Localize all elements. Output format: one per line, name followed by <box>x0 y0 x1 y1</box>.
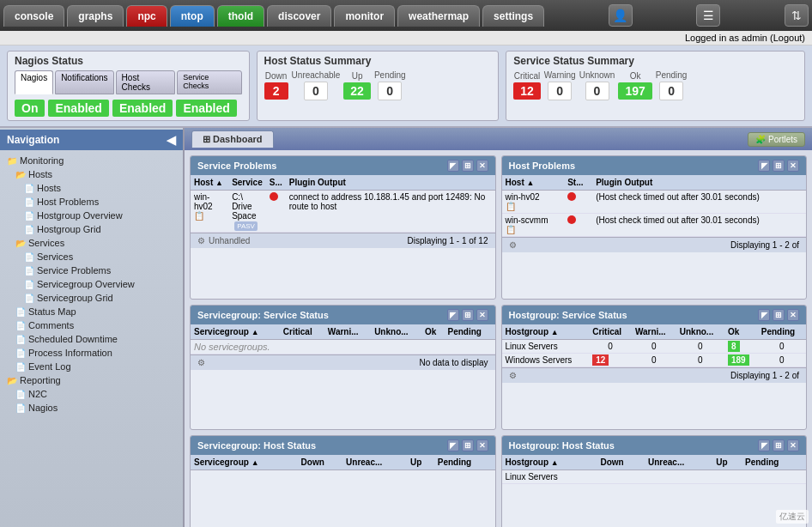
sidebar-item-event-log[interactable]: 📄 Event Log <box>0 360 183 373</box>
hhs-linux-name: Linux Servers <box>502 470 597 484</box>
gear-icon-hp[interactable]: ⚙ <box>509 240 517 250</box>
nagios-tab-notifications[interactable]: Notifications <box>55 70 113 94</box>
table-row[interactable]: win-hv02 📋 (Host check timed out after 3… <box>502 191 807 214</box>
nagios-tab-nagios[interactable]: Nagios <box>15 70 53 94</box>
portlet-close-btn-sp[interactable]: ✕ <box>476 160 488 172</box>
sidebar-label-process-info: Process Information <box>28 348 112 358</box>
sidebar-item-status-map[interactable]: 📄 Status Map <box>0 305 183 318</box>
sidebar-item-servicegroup-grid[interactable]: 📄 Servicegroup Grid <box>0 291 183 305</box>
portlet-close-btn-hss[interactable]: ✕ <box>787 309 799 321</box>
servicegroup-host-status-header: Servicegroup: Host Status ◤ ⊞ ✕ <box>191 436 495 455</box>
sidebar-label-status-map: Status Map <box>28 306 76 317</box>
shs-col-down: Down <box>298 455 342 470</box>
portlet-resize-btn-shs[interactable]: ⊞ <box>462 439 474 451</box>
page-icon-hostgroup-overview: 📄 <box>24 211 34 221</box>
portlet-close-btn-hp[interactable]: ✕ <box>787 160 799 172</box>
dashboard-tab[interactable]: ⊞ Dashboard <box>191 130 274 148</box>
portlets-button[interactable]: 🧩 Portlets <box>748 132 805 147</box>
table-row[interactable]: Linux Servers <box>502 470 807 484</box>
content-header: ⊞ Dashboard 🧩 Portlets <box>185 128 812 150</box>
portlet-resize-btn-hhs[interactable]: ⊞ <box>773 439 785 451</box>
sss-col-warning: Warni... <box>324 324 371 340</box>
servicegroup-service-status-table: Servicegroup ▲ Critical Warni... Unkno..… <box>191 324 495 354</box>
nav-tab-thold[interactable]: thold <box>217 5 264 27</box>
sidebar-item-scheduled-downtime[interactable]: 📄 Scheduled Downtime <box>0 332 183 346</box>
sidebar-item-comments[interactable]: 📄 Comments <box>0 318 183 332</box>
table-row[interactable]: Linux Servers 0 0 0 8 0 <box>502 340 807 354</box>
portlet-minimize-btn-hhs[interactable]: ◤ <box>758 439 770 451</box>
portlet-close-btn-hhs[interactable]: ✕ <box>787 439 799 451</box>
nav-tab-weathermap[interactable]: weathermap <box>397 5 480 27</box>
portlet-minimize-btn-hp[interactable]: ◤ <box>758 160 770 172</box>
hss-col-unknown: Unkno... <box>676 324 724 340</box>
folder-open-icon-hosts: 📂 <box>15 170 26 179</box>
sp-host-icon: 📋 <box>194 211 204 221</box>
sidebar-item-hostgroup-grid[interactable]: 📄 Hostgroup Grid <box>0 222 183 236</box>
gear-icon-sp[interactable]: ⚙ <box>197 236 205 245</box>
nagios-tab-servicechecks[interactable]: Service Checks <box>177 70 241 94</box>
nav-tab-graphs[interactable]: graphs <box>67 5 124 27</box>
hostgroup-host-status-title: Hostgroup: Host Status <box>509 440 615 451</box>
portlet-resize-btn-sp[interactable]: ⊞ <box>462 160 474 172</box>
table-row[interactable]: win-scvmm 📋 (Host check timed out after … <box>502 214 807 237</box>
sidebar-item-monitoring[interactable]: 📁 Monitoring <box>0 154 183 167</box>
host-problems-portlet: Host Problems ◤ ⊞ ✕ Host ▲ St... Plug <box>501 155 808 300</box>
page-icon-servicegroup-overview: 📄 <box>24 280 34 289</box>
nav-tab-ntop[interactable]: ntop <box>170 5 215 27</box>
nav-icon-user[interactable]: 👤 <box>609 4 633 27</box>
table-row[interactable]: Windows Servers 12 0 0 189 0 <box>502 354 807 367</box>
servicegroup-host-status-table: Servicegroup ▲ Down Unreac... Up Pending <box>191 455 495 470</box>
sss-no-data: No servicegroups. <box>191 340 495 354</box>
folder-open-icon-reporting: 📂 <box>7 376 17 385</box>
portlet-resize-btn-sss[interactable]: ⊞ <box>462 309 474 321</box>
sidebar-item-services-folder[interactable]: 📂 Services <box>0 236 183 250</box>
sidebar-item-service-problems[interactable]: 📄 Service Problems <box>0 264 183 277</box>
host-problems-title: Host Problems <box>509 161 576 171</box>
servicegroup-host-status-portlet: Servicegroup: Host Status ◤ ⊞ ✕ Serviceg… <box>190 435 496 527</box>
hp-host1-icon: 📋 <box>506 202 516 211</box>
sidebar-item-n2c[interactable]: 📄 N2C <box>0 387 183 401</box>
portlet-resize-btn-hss[interactable]: ⊞ <box>773 309 785 321</box>
nav-tab-settings[interactable]: settings <box>482 5 544 27</box>
service-status-panel: Service Status Summary Critical 12 Warni… <box>506 51 805 121</box>
portlet-minimize-btn-hss[interactable]: ◤ <box>758 309 770 321</box>
sidebar-item-reporting-folder[interactable]: 📂 Reporting <box>0 373 183 387</box>
service-problems-portlet: Service Problems ◤ ⊞ ✕ Host ▲ Service <box>190 155 496 300</box>
portlet-close-btn-shs[interactable]: ✕ <box>476 439 488 451</box>
page-icon-hosts: 📄 <box>24 184 34 193</box>
nav-icon-arrows[interactable]: ⇅ <box>785 4 809 27</box>
nagios-val-on: On <box>15 98 45 117</box>
service-problems-footer: ⚙ Unhandled Displaying 1 - 1 of 12 <box>191 233 495 248</box>
sidebar-item-services[interactable]: 📄 Services <box>0 250 183 264</box>
table-row[interactable]: win-hv02 📋 C:\DriveSpace PASV <box>191 191 495 233</box>
nagios-tab-hostchecks[interactable]: Host Checks <box>116 70 176 94</box>
sidebar-item-servicegroup-overview[interactable]: 📄 Servicegroup Overview <box>0 277 183 291</box>
hostgroup-service-status-portlet: Hostgroup: Service Status ◤ ⊞ ✕ Hostgrou… <box>501 305 808 430</box>
sidebar-item-nagios[interactable]: 📄 Nagios <box>0 401 183 415</box>
nav-tab-console[interactable]: console <box>3 5 64 27</box>
nav-icon-menu[interactable]: ☰ <box>696 4 720 27</box>
portlet-minimize-btn-shs[interactable]: ◤ <box>447 439 459 451</box>
portlet-close-btn-sss[interactable]: ✕ <box>476 309 488 321</box>
sidebar-item-hosts[interactable]: 📄 Hosts <box>0 181 183 195</box>
shs-col-sg: Servicegroup ▲ <box>191 455 298 470</box>
sss-col-unknown: Unkno... <box>371 324 421 340</box>
portlet-minimize-btn-sss[interactable]: ◤ <box>447 309 459 321</box>
page-icon-service-problems: 📄 <box>24 266 34 276</box>
hostgroup-service-status-footer: ⚙ Displaying 1 - 2 of <box>502 367 807 383</box>
nav-tab-monitor[interactable]: monitor <box>334 5 395 27</box>
portlet-minimize-btn-sp[interactable]: ◤ <box>447 160 459 172</box>
sidebar-item-process-info[interactable]: 📄 Process Information <box>0 346 183 360</box>
sidebar-item-hosts-folder[interactable]: 📂 Hosts <box>0 167 183 181</box>
gear-icon-hss[interactable]: ⚙ <box>509 371 517 380</box>
service-problems-title: Service Problems <box>197 161 276 171</box>
portlet-resize-btn-hp[interactable]: ⊞ <box>773 160 785 172</box>
nav-tab-discover[interactable]: discover <box>267 5 331 27</box>
sidebar-item-hostgroup-overview[interactable]: 📄 Hostgroup Overview <box>0 209 183 222</box>
sidebar-toggle-icon[interactable]: ◀ <box>167 133 176 147</box>
nav-tab-npc[interactable]: npc <box>126 5 167 27</box>
sidebar-item-host-problems[interactable]: 📄 Host Problems <box>0 195 183 209</box>
hhs-linux-up <box>712 470 742 484</box>
gear-icon-sss[interactable]: ⚙ <box>197 358 205 367</box>
sp-output-cell: connect to address 10.188.1.45 and port … <box>286 191 495 233</box>
